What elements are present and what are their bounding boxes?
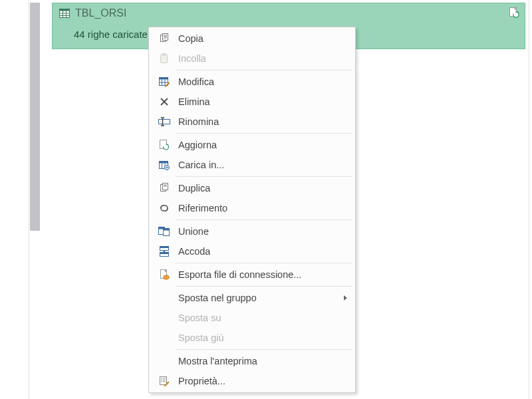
menu-copy[interactable]: Copia [149,29,355,49]
menu-label: Sposta giù [176,332,347,343]
menu-label: Sposta su [176,313,347,323]
menu-label: Sposta nel gruppo [176,293,344,303]
append-icon [153,241,176,261]
menu-label: Elimina [176,96,347,107]
menu-duplicate[interactable]: Duplica [149,178,355,198]
menu-label: Accoda [176,246,347,257]
menu-load-to[interactable]: Carica in... [149,155,355,175]
export-connection-icon [153,265,176,285]
menu-reference[interactable]: Riferimento [149,198,355,218]
menu-export-connection[interactable]: Esporta file di connessione... [149,265,355,285]
svg-point-8 [513,12,519,17]
menu-label: Unione [176,226,347,237]
refresh-icon [153,135,176,155]
refresh-page-icon[interactable] [509,7,519,18]
paste-icon [153,49,176,68]
load-to-icon [153,155,176,175]
scrollbar-thumb[interactable] [30,3,40,231]
svg-rect-16 [162,54,166,56]
menu-move-down: Sposta giù [149,328,355,348]
blank-icon [153,308,176,328]
blank-icon [153,351,176,371]
edit-table-icon [153,72,176,92]
menu-delete[interactable]: Elimina [149,92,355,112]
context-menu: Copia Incolla Modifica [148,27,356,393]
menu-separator [176,133,352,134]
menu-edit[interactable]: Modifica [149,72,355,92]
menu-label: Riferimento [176,203,347,213]
menu-label: Carica in... [176,160,347,170]
menu-move-to-group[interactable]: Sposta nel gruppo [149,288,355,308]
menu-refresh[interactable]: Aggiorna [149,135,355,155]
copy-icon [153,29,176,49]
menu-append[interactable]: Accoda [149,241,355,261]
svg-rect-49 [164,229,170,231]
duplicate-icon [153,178,176,198]
menu-separator [176,286,352,287]
menu-label: Aggiorna [176,140,347,150]
svg-rect-25 [159,120,170,124]
menu-separator [176,219,352,220]
menu-paste: Incolla [149,49,355,68]
menu-separator [176,70,352,70]
svg-rect-1 [60,9,70,11]
menu-label: Incolla [176,53,347,64]
menu-separator [176,263,352,263]
menu-label: Duplica [176,183,347,194]
menu-properties[interactable]: Proprietà... [149,371,355,391]
query-header: TBL_ORSI [53,3,525,23]
reference-icon [153,198,176,218]
blank-icon [153,288,176,308]
menu-label: Proprietà... [176,376,347,386]
blank-icon [153,328,176,348]
rename-icon [153,112,176,132]
menu-label: Rinomina [176,116,347,127]
table-icon [59,9,70,18]
submenu-arrow-icon [344,295,347,301]
menu-show-preview[interactable]: Mostra l'anteprima [149,351,355,371]
svg-rect-53 [160,253,169,255]
svg-rect-51 [160,247,169,249]
menu-label: Mostra l'anteprima [176,356,347,366]
svg-rect-59 [160,377,167,385]
delete-icon [153,92,176,112]
svg-point-37 [166,167,168,168]
menu-label: Copia [176,33,347,44]
properties-icon [153,371,176,391]
menu-separator [176,176,352,177]
svg-rect-18 [160,78,168,80]
svg-point-30 [164,144,169,150]
query-title: TBL_ORSI [75,7,126,19]
menu-rename[interactable]: Rinomina [149,112,355,132]
menu-merge[interactable]: Unione [149,221,355,241]
merge-icon [153,221,176,241]
menu-separator [176,349,352,350]
menu-label: Esporta file di connessione... [176,269,347,280]
menu-label: Modifica [176,76,347,87]
menu-move-up: Sposta su [149,308,355,328]
svg-rect-33 [160,162,168,164]
